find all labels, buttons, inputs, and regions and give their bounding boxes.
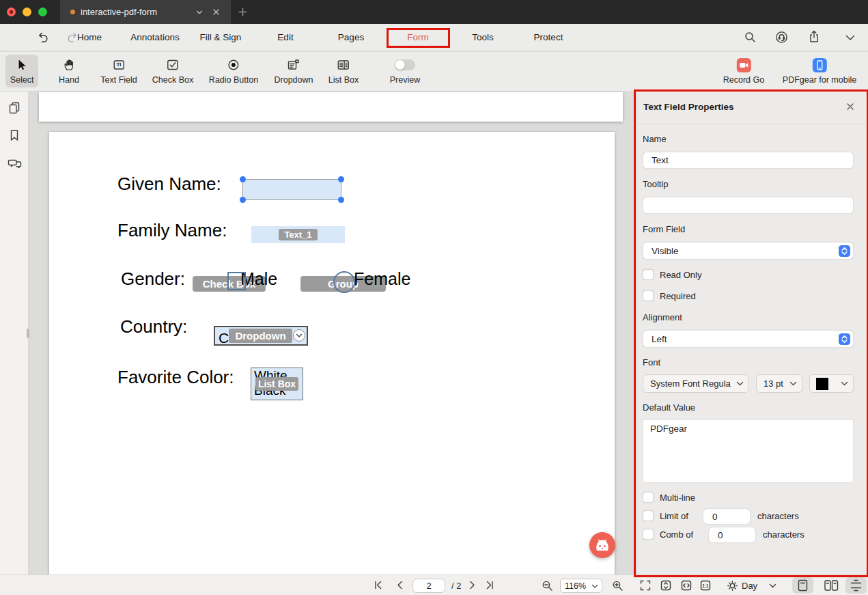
status-bar: / 2 116% 1:1 Day — [0, 575, 868, 595]
page-thumbnails-icon[interactable] — [8, 101, 21, 115]
resize-handle-bottom-left[interactable] — [240, 197, 246, 203]
menu-annotations[interactable]: Annotations — [130, 24, 179, 51]
resize-handle-top-left[interactable] — [240, 176, 246, 182]
list-box-tool-button[interactable]: List Box — [328, 57, 359, 85]
form-field-select[interactable]: Visible — [643, 242, 854, 260]
single-page-view-button-active[interactable] — [792, 577, 813, 594]
gender-radio-widget[interactable] — [333, 271, 355, 293]
menu-edit[interactable]: Edit — [277, 24, 293, 51]
panel-title: Text Field Properties — [643, 102, 734, 112]
undo-button[interactable] — [36, 31, 50, 44]
resize-handle-bottom-right[interactable] — [338, 197, 344, 203]
document-viewport[interactable]: Given Name: Family Name: Text_1 Gender: … — [29, 92, 636, 575]
tab-chevron-down-icon[interactable] — [195, 8, 204, 16]
pdfgear-mobile-button[interactable]: PDFgear for mobile — [783, 57, 856, 85]
limit-of-label: Limit of — [660, 511, 688, 521]
unsaved-changes-dot-icon — [70, 10, 75, 14]
list-box-badge: List Box — [255, 377, 298, 391]
previous-page-button[interactable] — [395, 580, 405, 590]
select-tool-button[interactable]: Select — [10, 57, 34, 85]
font-size-select[interactable]: 13 pt — [756, 374, 802, 393]
zoom-traffic-light[interactable] — [38, 8, 47, 16]
bookmarks-icon[interactable] — [8, 128, 21, 142]
alignment-select[interactable]: Left — [643, 330, 854, 348]
comb-of-checkbox[interactable] — [643, 529, 654, 540]
close-traffic-light[interactable] — [7, 8, 16, 16]
limit-characters-input[interactable] — [703, 508, 751, 525]
support-headset-icon[interactable] — [774, 30, 789, 44]
new-tab-button[interactable] — [238, 7, 248, 17]
dropdown-icon — [275, 57, 313, 73]
form-field-label: Form Field — [643, 224, 685, 234]
name-input[interactable] — [643, 152, 854, 169]
menu-tools[interactable]: Tools — [472, 24, 494, 51]
minimize-traffic-light[interactable] — [23, 8, 31, 16]
font-family-select[interactable]: System Font Regula — [643, 374, 749, 393]
day-mode-sun-icon[interactable] — [727, 580, 738, 592]
hand-tool-button[interactable]: Hand — [59, 57, 79, 85]
comb-characters-input[interactable] — [708, 527, 756, 543]
chevron-down-icon — [789, 381, 797, 387]
read-only-checkbox[interactable] — [643, 269, 654, 280]
next-page-button[interactable] — [467, 580, 477, 590]
actual-size-icon[interactable]: 1:1 — [699, 579, 712, 592]
radio-button-tool-button[interactable]: Radio Button — [209, 57, 258, 85]
share-icon[interactable] — [807, 29, 821, 44]
more-chevron-down-icon[interactable] — [845, 34, 856, 42]
gender-checkbox-widget[interactable] — [227, 272, 246, 290]
font-color-select[interactable] — [809, 374, 854, 393]
multiline-checkbox[interactable] — [643, 492, 654, 503]
record-go-button[interactable]: Record Go — [723, 57, 764, 85]
fit-page-icon[interactable] — [639, 579, 652, 592]
continuous-scroll-view-button-active[interactable] — [845, 577, 867, 594]
tooltip-input[interactable] — [643, 197, 854, 214]
last-page-button[interactable] — [485, 580, 495, 590]
menu-protect[interactable]: Protect — [534, 24, 563, 51]
list-box-icon — [328, 57, 359, 73]
zoom-out-icon[interactable] — [542, 580, 553, 592]
menu-home[interactable]: Home — [77, 24, 102, 51]
document-tab[interactable]: interactive-pdf-form — [60, 0, 231, 24]
ai-assistant-robot-button[interactable] — [589, 532, 615, 558]
male-option-text: Male — [240, 269, 277, 289]
country-dropdown-widget[interactable]: Canada Dropdown — [214, 326, 308, 346]
female-option-text: Female — [354, 269, 410, 289]
menu-fill-sign[interactable]: Fill & Sign — [200, 24, 242, 51]
resize-handle-top-right[interactable] — [338, 176, 344, 182]
first-page-button[interactable] — [373, 580, 383, 590]
preview-toggle-switch[interactable] — [390, 57, 420, 73]
required-checkbox[interactable] — [643, 290, 654, 301]
menu-pages[interactable]: Pages — [338, 24, 364, 51]
default-value-textarea[interactable]: PDFgear — [643, 419, 854, 483]
zoom-in-icon[interactable] — [612, 580, 624, 592]
comments-icon[interactable] — [8, 156, 23, 171]
day-mode-label[interactable]: Day — [742, 581, 757, 591]
zoom-level-select[interactable]: 116% — [560, 579, 602, 593]
panel-close-icon[interactable] — [845, 102, 855, 111]
page-number-input[interactable] — [412, 579, 445, 593]
select-stepper-icon — [839, 333, 850, 345]
comb-of-label: Comb of — [660, 529, 693, 540]
preview-toggle-group[interactable]: Preview — [390, 57, 420, 85]
chevron-down-icon — [841, 381, 848, 387]
check-box-tool-button[interactable]: Check Box — [152, 57, 193, 85]
tab-close-icon[interactable] — [212, 8, 221, 16]
search-icon[interactable] — [744, 31, 757, 44]
text-field-properties-panel: Text Field Properties Name Tooltip Form … — [636, 92, 868, 575]
alignment-label: Alignment — [643, 312, 682, 322]
dropdown-arrow-button[interactable] — [293, 329, 305, 342]
facing-pages-view-button[interactable] — [822, 577, 840, 594]
dropdown-tool-button[interactable]: Dropdown — [275, 57, 313, 85]
form-toolbar: Select Hand TI Text Field Check Box Radi… — [0, 52, 868, 92]
ribbon-menu-bar: Home Annotations Fill & Sign Edit Pages … — [0, 24, 868, 51]
window-tab-bar: interactive-pdf-form — [0, 0, 868, 24]
given-name-text-field-selected[interactable] — [242, 179, 341, 200]
check-box-icon — [152, 57, 193, 73]
family-name-text-field[interactable]: Text_1 — [251, 226, 345, 243]
fit-height-icon[interactable] — [660, 579, 672, 592]
favorite-color-list-box[interactable]: White Black List Box — [251, 368, 303, 400]
day-mode-chevron-icon[interactable] — [769, 583, 776, 589]
limit-of-checkbox[interactable] — [643, 510, 654, 521]
fit-width-icon[interactable] — [680, 579, 692, 592]
text-field-tool-button[interactable]: TI Text Field — [100, 57, 137, 85]
